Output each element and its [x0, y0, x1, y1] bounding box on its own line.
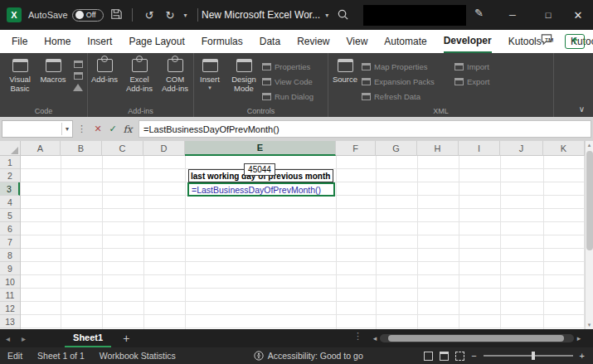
redo-button[interactable]: ↻ [163, 9, 177, 22]
normal-view-button[interactable] [424, 352, 433, 361]
zoom-in-button[interactable]: + [580, 351, 585, 361]
ribbon-tab-data[interactable]: Data [260, 30, 280, 53]
column-header-b[interactable]: B [61, 141, 102, 156]
column-header-e[interactable]: E [185, 141, 336, 156]
page-break-view-button[interactable] [455, 352, 464, 361]
row-header-9[interactable]: 9 [0, 262, 20, 275]
minimize-button[interactable]: ─ [498, 0, 527, 30]
row-header-8[interactable]: 8 [0, 249, 20, 262]
confirm-entry-button[interactable]: ✓ [105, 124, 120, 134]
visual-basic-button[interactable]: Visual Basic [3, 57, 36, 93]
import-button[interactable]: Import [454, 61, 513, 72]
ribbon-tab-home[interactable]: Home [44, 30, 70, 53]
zoom-slider-thumb[interactable] [532, 352, 535, 360]
ribbon-tab-review[interactable]: Review [297, 30, 329, 53]
ribbon-tab-developer[interactable]: Developer [444, 30, 492, 53]
zoom-slider[interactable] [484, 355, 573, 357]
row-header-6[interactable]: 6 [0, 222, 20, 235]
column-header-j[interactable]: J [500, 141, 543, 156]
export-button[interactable]: Export [454, 75, 513, 87]
ribbon-tab-insert[interactable]: Insert [87, 30, 112, 53]
source-button[interactable]: Source [328, 57, 362, 85]
design-mode-button[interactable]: Design Mode [226, 57, 262, 93]
row-header-2[interactable]: 2 [0, 169, 20, 182]
share-button[interactable] [565, 34, 585, 49]
row-header-13[interactable]: 13 [0, 315, 20, 328]
relative-references-icon[interactable] [74, 72, 83, 80]
row-header-5[interactable]: 5 [0, 209, 20, 222]
document-title[interactable]: New Microsoft Excel Wor... ▾ [202, 0, 328, 30]
macros-button[interactable]: Macros [36, 57, 70, 85]
column-header-a[interactable]: A [21, 141, 61, 156]
sheet-nav-right-icon[interactable]: ▸ [16, 334, 32, 343]
zoom-out-button[interactable]: − [471, 351, 476, 361]
page-layout-view-button[interactable] [440, 352, 449, 361]
comments-icon[interactable] [540, 33, 553, 49]
row-header-1[interactable]: 1 [0, 156, 20, 169]
horizontal-scroll-thumb[interactable] [388, 335, 564, 342]
ribbon-tab-formulas[interactable]: Formulas [202, 30, 243, 53]
collapse-ribbon-icon[interactable]: ∨ [579, 104, 585, 114]
sheet-tab-sheet1[interactable]: Sheet1 [65, 329, 111, 347]
cell-e1-value[interactable]: 45044 [244, 163, 275, 176]
hscroll-track[interactable] [380, 334, 574, 342]
insert-control-button[interactable]: Insert ▾ [194, 57, 226, 90]
macro-security-icon[interactable] [73, 84, 83, 91]
cancel-entry-button[interactable]: ✕ [90, 124, 105, 134]
vertical-scrollbar[interactable]: ▴ ▾ [585, 141, 593, 329]
redo-dropdown-icon[interactable]: ▾ [184, 12, 187, 19]
cell-e3-editing[interactable]: =LastBusinessDayOfPrevMonth() [187, 182, 335, 197]
row-header-12[interactable]: 12 [0, 302, 20, 315]
record-macro-icon[interactable] [74, 61, 83, 68]
com-addins-button[interactable]: COM Add-ins [158, 57, 192, 93]
autosave-toggle[interactable]: Off [72, 9, 104, 22]
row-header-4[interactable]: 4 [0, 196, 20, 209]
accessibility-status[interactable]: Accessibility: Good to go [254, 351, 363, 361]
vertical-scroll-thumb[interactable] [586, 151, 593, 250]
formula-bar-handle-icon[interactable]: ⋮ [73, 124, 90, 134]
search-icon[interactable] [337, 8, 349, 22]
row-header-3[interactable]: 3 [0, 182, 20, 196]
workbook-statistics-button[interactable]: Workbook Statistics [92, 351, 183, 361]
autosave-control[interactable]: AutoSave Off [28, 9, 104, 22]
hscroll-right-icon[interactable]: ▸ [574, 334, 584, 342]
column-header-h[interactable]: H [417, 141, 459, 156]
column-header-c[interactable]: C [102, 141, 143, 156]
column-header-d[interactable]: D [143, 141, 185, 156]
column-header-g[interactable]: G [376, 141, 417, 156]
save-icon[interactable] [110, 8, 122, 22]
ribbon-tab-file[interactable]: File [12, 30, 27, 53]
row-header-10[interactable]: 10 [0, 275, 20, 289]
insert-function-button[interactable]: fx [120, 124, 135, 135]
formula-input[interactable]: =LastBusinessDayOfPrevMonth() [139, 120, 591, 138]
addins-button[interactable]: Add-ins [88, 57, 121, 85]
sheet-nav-left-icon[interactable]: ◂ [0, 334, 16, 343]
row-header-11[interactable]: 11 [0, 289, 20, 302]
sheet-options-icon[interactable]: ⋮ [353, 331, 362, 342]
map-properties-button[interactable]: Map Properties [362, 61, 454, 72]
ribbon-tab-automate[interactable]: Automate [384, 30, 426, 53]
column-header-f[interactable]: F [336, 141, 376, 156]
properties-button[interactable]: Properties [262, 61, 325, 72]
name-box-dropdown-icon[interactable]: ▾ [61, 123, 72, 135]
select-all-button[interactable] [0, 141, 21, 156]
undo-button[interactable]: ↺ [143, 9, 157, 22]
scroll-up-icon[interactable]: ▴ [586, 141, 593, 149]
new-sheet-button[interactable]: + [111, 332, 141, 345]
close-button[interactable]: ✕ [563, 0, 593, 30]
pen-icon[interactable]: ✎ [474, 7, 484, 19]
row-header-7[interactable]: 7 [0, 235, 20, 249]
column-header-i[interactable]: I [459, 141, 500, 156]
run-dialog-button[interactable]: Run Dialog [262, 90, 325, 102]
hscroll-left-icon[interactable]: ◂ [370, 334, 380, 342]
expansion-packs-button[interactable]: Expansion Packs [362, 75, 454, 87]
ribbon-tab-page-layout[interactable]: Page Layout [129, 30, 184, 53]
view-code-button[interactable]: View Code [262, 75, 325, 87]
scroll-down-icon[interactable]: ▾ [586, 321, 593, 329]
excel-addins-button[interactable]: Excel Add-ins [121, 57, 158, 93]
horizontal-scrollbar[interactable]: ◂ ▸ [370, 332, 584, 344]
name-box[interactable]: ▾ [2, 120, 73, 138]
column-header-k[interactable]: K [543, 141, 585, 156]
ribbon-tab-view[interactable]: View [347, 30, 368, 53]
refresh-data-button[interactable]: Refresh Data [362, 90, 454, 102]
